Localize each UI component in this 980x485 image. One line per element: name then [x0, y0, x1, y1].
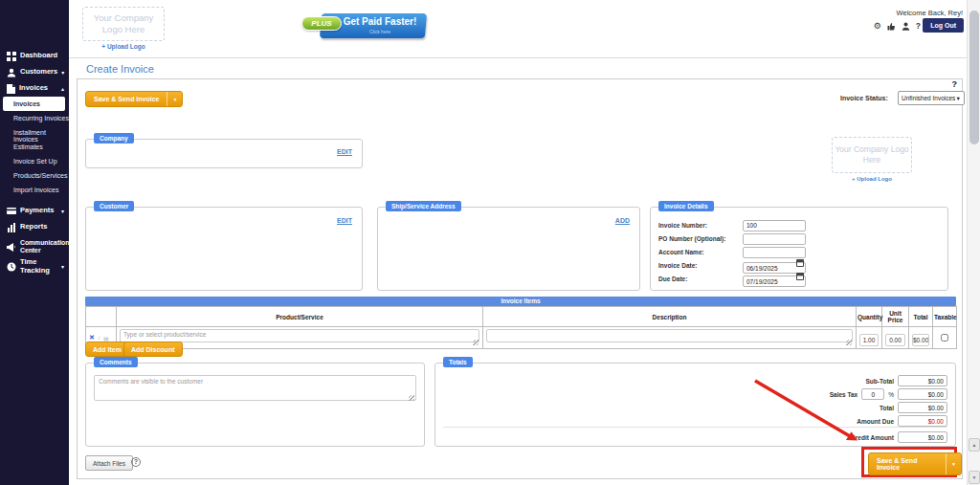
submenu-item-recurring-invoices[interactable]: Recurring Invoices	[0, 111, 69, 125]
unit-price-column: Unit Price	[882, 307, 909, 327]
banner-subtitle: Click here	[334, 29, 426, 34]
sidebar-item-time-tracking[interactable]: Time Tracking ▾	[0, 258, 69, 275]
add-discount-button[interactable]: Add Discount	[123, 342, 183, 357]
thumbs-up-icon[interactable]	[887, 22, 896, 31]
description-column: Description	[483, 307, 857, 327]
invoices-submenu: Invoices Recurring Invoices Installment …	[0, 97, 69, 197]
row-note-icon[interactable]: ▤	[103, 335, 109, 342]
sidebar-item-label: Payments	[20, 207, 57, 215]
upload-logo-link[interactable]: + Upload Logo	[82, 43, 165, 50]
company-logo-placeholder[interactable]: Your Company Logo Here	[82, 7, 165, 41]
plus-badge: PLUS	[301, 16, 342, 31]
ship-add-link[interactable]: ADD	[615, 217, 630, 224]
vertical-scrollbar[interactable]: ▲ ▼	[967, 0, 980, 485]
chevron-down-icon: ▾	[61, 69, 65, 76]
submenu-item-installment-invoices[interactable]: Installment Invoices	[0, 125, 69, 140]
customer-section: Customer EDIT	[85, 207, 363, 291]
quantity-input[interactable]	[859, 334, 879, 346]
top-header: Your Company Logo Here + Upload Logo Get…	[69, 0, 980, 58]
submenu-item-invoices[interactable]: Invoices	[3, 97, 65, 111]
page-title: Create Invoice	[86, 63, 154, 75]
sidebar-item-label: Dashboard	[20, 52, 65, 60]
attach-files-button[interactable]: Attach Files	[85, 455, 133, 471]
logout-button[interactable]: Log Out	[923, 18, 964, 33]
communication-icon	[7, 243, 16, 252]
account-name-label: Account Name:	[658, 249, 743, 255]
get-paid-faster-banner[interactable]: Get Paid Faster! Click here PLUS	[301, 12, 426, 41]
subtotal-value	[898, 375, 947, 386]
chevron-down-icon: ▾	[73, 244, 77, 251]
due-date-input[interactable]	[743, 276, 806, 287]
line-total-input[interactable]	[912, 334, 929, 346]
credit-amount-value[interactable]	[898, 431, 947, 443]
invoice-number-input[interactable]	[743, 220, 806, 231]
submenu-item-import-invoices[interactable]: Import Invoices	[0, 183, 69, 197]
product-service-input[interactable]	[120, 329, 479, 342]
sales-tax-label: Sales Tax	[830, 391, 858, 398]
invoice-number-row: Invoice Number:	[658, 219, 806, 231]
save-send-invoice-button-bottom[interactable]: Save & Send Invoice ▼	[868, 452, 962, 475]
row-actions-column	[86, 307, 117, 327]
time-tracking-icon	[7, 262, 16, 272]
caret-down-icon[interactable]: ▼	[946, 453, 961, 474]
company-section: Company EDIT	[85, 139, 363, 168]
po-number-input[interactable]	[743, 233, 806, 245]
caret-down-icon: ▼	[956, 96, 961, 101]
quantity-column: Quantity	[857, 307, 882, 327]
company-edit-link[interactable]: EDIT	[337, 148, 352, 155]
amount-due-row: Amount Due	[857, 415, 947, 427]
delete-row-icon[interactable]: ✕	[89, 334, 95, 342]
banner-title: Get Paid Faster!	[334, 16, 426, 27]
chevron-down-icon: ▾	[61, 263, 65, 270]
taxable-column: Taxable	[933, 307, 957, 327]
unit-price-input[interactable]	[885, 334, 905, 346]
panel-help-icon[interactable]: ?	[952, 79, 958, 89]
sidebar-item-communication-center[interactable]: Communication Center ▾	[0, 235, 69, 258]
due-date-row: Due Date:	[658, 273, 806, 285]
invoice-logo-placeholder[interactable]: Your Company Logo Here	[832, 137, 912, 173]
user-icon[interactable]	[902, 22, 910, 31]
total-label: Total	[880, 405, 894, 411]
sidebar-item-payments[interactable]: Payments ▾	[0, 203, 69, 219]
customer-edit-link[interactable]: EDIT	[337, 217, 352, 224]
company-section-title: Company	[94, 133, 134, 143]
sidebar-item-label: Invoices	[19, 84, 57, 93]
sidebar-item-reports[interactable]: Reports	[0, 219, 69, 235]
save-send-invoice-button-top[interactable]: Save & Send Invoice ▼	[85, 91, 183, 107]
scroll-up-icon[interactable]: ▲	[969, 438, 980, 452]
invoice-items-table: Product/Service Description Quantity Uni…	[85, 306, 957, 349]
sidebar-item-customers[interactable]: Customers ▾	[0, 64, 69, 80]
save-send-label: Save & Send Invoice	[86, 92, 167, 106]
sidebar-item-invoices[interactable]: Invoices ▴	[0, 80, 69, 97]
invoice-upload-logo-link[interactable]: + Upload Logo	[832, 176, 912, 182]
invoice-status-select[interactable]: Unfinished Invoices ▼	[898, 91, 965, 105]
welcome-text: Welcome Back, Rey!	[897, 9, 963, 17]
caret-down-icon[interactable]: ▼	[167, 92, 182, 106]
gear-icon[interactable]: ⚙	[874, 22, 881, 31]
items-table-header-row: Product/Service Description Quantity Uni…	[86, 307, 957, 327]
submenu-item-invoice-set-up[interactable]: Invoice Set Up	[0, 154, 69, 168]
due-date-label: Due Date:	[658, 276, 743, 282]
amount-due-label: Amount Due	[857, 418, 894, 425]
product-service-column: Product/Service	[117, 307, 483, 327]
resize-grip-icon[interactable]	[409, 395, 414, 401]
total-column: Total	[909, 307, 933, 327]
submenu-item-products-services[interactable]: Products/Services	[0, 168, 69, 183]
sidebar-item-dashboard[interactable]: Dashboard	[0, 48, 69, 64]
sales-tax-rate-input[interactable]	[861, 388, 884, 400]
reorder-row-icon[interactable]: ↕	[98, 335, 100, 341]
customer-section-title: Customer	[94, 201, 134, 211]
taxable-checkbox[interactable]	[941, 334, 948, 342]
sales-tax-value	[898, 388, 947, 400]
comments-input[interactable]	[94, 375, 416, 401]
chevron-up-icon: ▴	[61, 85, 65, 92]
create-invoice-panel: ? Save & Send Invoice ▼ Invoice Status: …	[77, 78, 963, 479]
totals-section-title: Totals	[443, 357, 473, 367]
scrollbar-thumb[interactable]	[969, 11, 979, 144]
scroll-down-icon[interactable]: ▼	[969, 471, 980, 484]
help-icon[interactable]: ?	[916, 21, 921, 31]
details-section-title: Invoice Details	[658, 201, 714, 211]
totals-section: Totals Sub-Total Sales Tax % Total Amoun…	[434, 363, 956, 447]
description-input[interactable]	[486, 329, 853, 342]
attach-help-icon[interactable]: ?	[131, 457, 141, 467]
